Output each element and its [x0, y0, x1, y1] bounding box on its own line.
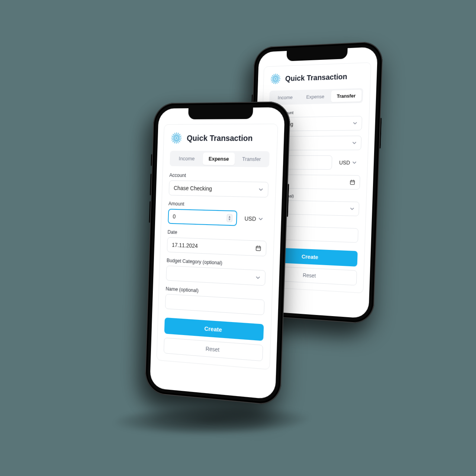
chevron-down-icon	[255, 275, 260, 280]
svg-rect-3	[271, 78, 274, 80]
app-logo-icon	[170, 132, 183, 144]
chevron-down-icon	[350, 206, 354, 211]
tab-income[interactable]: Income	[171, 152, 202, 165]
calendar-icon	[255, 245, 261, 251]
currency-select[interactable]: USD	[335, 155, 361, 170]
svg-rect-24	[171, 138, 175, 138]
phone-front: Quick Transaction Income Expense Transfe…	[145, 102, 291, 406]
number-stepper-icon[interactable]: ▲▼	[226, 214, 233, 222]
category-select[interactable]	[166, 266, 266, 286]
svg-rect-38	[256, 246, 261, 251]
svg-rect-23	[176, 140, 177, 144]
tab-transfer[interactable]: Transfer	[235, 153, 268, 166]
svg-rect-22	[176, 132, 177, 136]
svg-rect-25	[178, 138, 181, 138]
phone-notch	[188, 107, 253, 119]
tab-expense[interactable]: Expense	[300, 90, 330, 103]
svg-rect-17	[350, 180, 355, 184]
account-value: Chase Checking	[174, 185, 212, 192]
amount-label: Amount	[168, 201, 268, 209]
name-input[interactable]	[165, 294, 265, 315]
amount-input[interactable]: 0 ▲▼	[168, 209, 237, 226]
reset-button[interactable]: Reset	[164, 338, 263, 361]
date-value: 17.11.2024	[172, 242, 198, 249]
date-input[interactable]: 17.11.2024	[167, 237, 267, 257]
create-button[interactable]: Create	[164, 318, 264, 341]
svg-rect-2	[275, 80, 276, 84]
tab-expense[interactable]: Expense	[203, 152, 235, 165]
svg-rect-1	[275, 74, 276, 77]
amount-value: 0	[173, 213, 176, 219]
account-select[interactable]: Chase Checking	[169, 180, 269, 197]
chevron-down-icon	[258, 187, 263, 192]
svg-rect-4	[277, 78, 281, 80]
app-logo-icon	[270, 73, 282, 85]
chevron-down-icon	[352, 141, 357, 145]
chevron-down-icon	[352, 160, 357, 165]
quick-transaction-card: Quick Transaction Income Expense Transfe…	[157, 124, 278, 370]
phone-notch	[286, 48, 347, 61]
currency-value: USD	[244, 215, 256, 222]
tabs: Income Expense Transfer	[170, 151, 270, 167]
calendar-icon	[350, 180, 355, 185]
date-label: Date	[167, 229, 267, 239]
chevron-down-icon	[353, 121, 357, 125]
account-label: Account	[169, 173, 269, 180]
currency-value: USD	[339, 160, 350, 165]
chevron-down-icon	[258, 216, 263, 222]
svg-point-21	[176, 137, 178, 139]
card-title: Quick Transaction	[285, 72, 347, 83]
svg-point-0	[274, 78, 276, 80]
tab-transfer[interactable]: Transfer	[331, 90, 361, 102]
currency-select[interactable]: USD	[240, 211, 267, 227]
card-title: Quick Transaction	[187, 134, 253, 143]
